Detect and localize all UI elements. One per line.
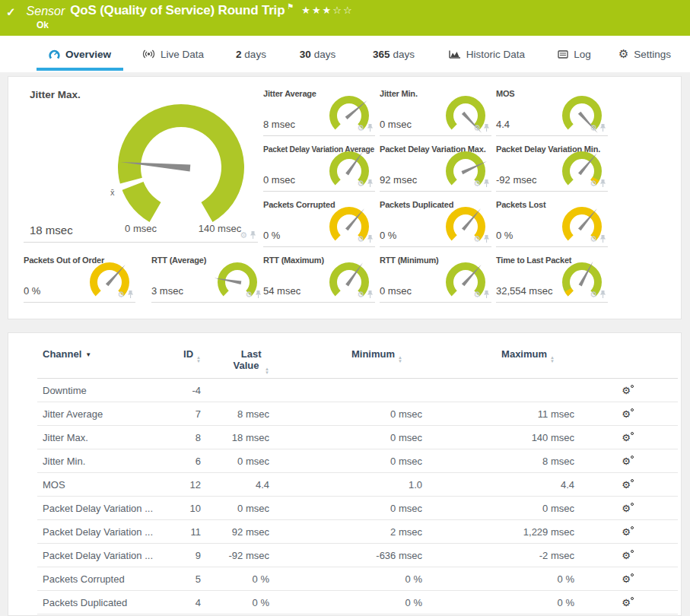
- tab-label: Live Data: [161, 49, 204, 60]
- cell-minimum: -636 msec: [269, 550, 422, 561]
- gauge-tile[interactable]: MOS4.4⚙: [496, 86, 608, 136]
- pin-icon[interactable]: [483, 290, 490, 299]
- gauge-tile[interactable]: Packets Corrupted0 %⚙: [263, 197, 375, 247]
- gear-icon[interactable]: ⚙: [245, 291, 253, 298]
- tab-30-days[interactable]: 30 days: [281, 36, 354, 72]
- column-header-id[interactable]: ID▲▼: [163, 348, 201, 364]
- cell-maximum: 1,229 msec: [422, 526, 574, 538]
- pin-icon[interactable]: [599, 179, 606, 188]
- pin-icon[interactable]: [367, 234, 374, 243]
- tab-historic-data[interactable]: Historic Data: [434, 36, 540, 72]
- gear-icon[interactable]: ⚙: [473, 235, 481, 243]
- gear-icon[interactable]: ⚙: [590, 291, 597, 298]
- edit-channel-settings-icon[interactable]: ⚙: [622, 433, 631, 443]
- star-rating[interactable]: ★★★☆☆: [301, 5, 353, 16]
- column-header-channel[interactable]: Channel▼: [37, 348, 163, 360]
- cell-last-value: 18 msec: [201, 432, 269, 443]
- tab-log[interactable]: Log: [540, 36, 609, 72]
- column-header-last[interactable]: LastValue ▲▼: [201, 348, 269, 375]
- gauge-tile[interactable]: RTT (Maximum)54 msec⚙: [263, 252, 375, 303]
- gauge-tile[interactable]: Packet Delay Variation Min.-92 msec⚙: [496, 141, 608, 192]
- flag-icon[interactable]: ⚑: [287, 2, 294, 11]
- column-header-min[interactable]: Minimum▲▼: [269, 348, 422, 364]
- cell-channel[interactable]: Jitter Average: [37, 408, 163, 420]
- gauge-tile[interactable]: Jitter Average8 msec⚙: [263, 86, 375, 136]
- tab-overview[interactable]: Overview: [34, 36, 126, 72]
- pin-icon[interactable]: [255, 290, 262, 299]
- pin-icon[interactable]: [250, 230, 256, 240]
- tab-2-days[interactable]: 2 days: [221, 36, 281, 72]
- gauges-panel: Jitter Max. x̄ 18 msec 0 msec 140 msec ⚙…: [8, 76, 682, 319]
- gauge-tile[interactable]: Packet Delay Variation Average0 msec⚙: [263, 141, 375, 192]
- tab-live-data[interactable]: Live Data: [126, 36, 221, 72]
- cell-channel[interactable]: MOS: [37, 479, 163, 491]
- gear-icon[interactable]: ⚙: [240, 231, 247, 239]
- cell-channel[interactable]: Downtime: [37, 385, 163, 396]
- column-header-max[interactable]: Maximum▲▼: [422, 348, 574, 364]
- gear-icon[interactable]: ⚙: [357, 179, 364, 187]
- cell-channel[interactable]: Packet Delay Variation ...: [37, 550, 163, 561]
- gauge-tile[interactable]: Packets Out of Order0 %⚙: [24, 252, 135, 303]
- gear-icon[interactable]: ⚙: [590, 235, 597, 243]
- tab-365-days[interactable]: 365 days: [354, 36, 434, 72]
- pin-icon[interactable]: [367, 290, 374, 299]
- gauge-tile-primary[interactable]: Jitter Max. x̄ 18 msec 0 msec 140 msec ⚙: [24, 83, 258, 243]
- table-row: Downtime-4⚙: [37, 379, 678, 402]
- pin-icon[interactable]: [599, 234, 606, 243]
- gauge-tile[interactable]: Packets Lost0 %⚙: [496, 197, 608, 247]
- gauge-title: Packets Corrupted: [263, 200, 335, 209]
- cell-minimum: 0 msec: [269, 503, 422, 514]
- gauge-tile[interactable]: RTT (Minimum)0 msec⚙: [380, 252, 491, 303]
- edit-channel-settings-icon[interactable]: ⚙: [622, 575, 631, 584]
- gear-icon[interactable]: ⚙: [357, 124, 364, 132]
- gear-icon[interactable]: ⚙: [473, 179, 481, 187]
- cell-id: 4: [163, 597, 201, 608]
- average-marker-label: x̄: [110, 188, 115, 197]
- cell-id: 12: [163, 479, 201, 491]
- pin-icon[interactable]: [483, 234, 490, 243]
- edit-channel-settings-icon[interactable]: ⚙: [622, 528, 631, 537]
- edit-channel-settings-icon[interactable]: ⚙: [622, 386, 631, 395]
- tab-settings[interactable]: ⚙Settings: [609, 36, 681, 72]
- edit-channel-settings-icon[interactable]: ⚙: [622, 410, 631, 419]
- gear-icon[interactable]: ⚙: [590, 124, 597, 132]
- cell-channel[interactable]: Jitter Max.: [37, 432, 163, 443]
- pin-icon[interactable]: [127, 290, 134, 299]
- table-row: Packets Corrupted50 %0 %0 %⚙: [37, 567, 678, 591]
- gear-icon[interactable]: ⚙: [590, 179, 597, 187]
- gear-icon[interactable]: ⚙: [357, 235, 364, 243]
- edit-channel-settings-icon[interactable]: ⚙: [622, 457, 631, 466]
- gear-icon[interactable]: ⚙: [357, 291, 364, 298]
- cell-last-value: 92 msec: [201, 526, 269, 538]
- sort-icon[interactable]: ▲▼: [398, 356, 402, 364]
- edit-channel-settings-icon[interactable]: ⚙: [622, 481, 631, 490]
- edit-channel-settings-icon[interactable]: ⚙: [622, 551, 631, 560]
- gauge-title: RTT (Maximum): [263, 256, 324, 265]
- gauge-tile[interactable]: RTT (Average)3 msec⚙: [151, 252, 263, 303]
- gauge-tile[interactable]: Time to Last Packet32,554 msec⚙: [496, 252, 608, 303]
- cell-channel[interactable]: Packets Corrupted: [37, 573, 163, 585]
- pin-icon[interactable]: [367, 123, 374, 132]
- sort-icon[interactable]: ▲▼: [265, 367, 269, 375]
- gauge-tile[interactable]: Packets Duplicated0 %⚙: [380, 197, 491, 247]
- cell-id: -4: [163, 385, 201, 396]
- cell-last-value: 0 %: [201, 573, 269, 585]
- gear-icon[interactable]: ⚙: [473, 124, 481, 132]
- gauge-tile[interactable]: Jitter Min.0 msec⚙: [380, 86, 491, 136]
- pin-icon[interactable]: [367, 179, 374, 188]
- gauge-tile[interactable]: Packet Delay Variation Max.92 msec⚙: [380, 141, 491, 192]
- gear-icon[interactable]: ⚙: [117, 291, 125, 298]
- pin-icon[interactable]: [599, 123, 606, 132]
- edit-channel-settings-icon[interactable]: ⚙: [622, 504, 631, 513]
- gear-icon[interactable]: ⚙: [473, 291, 481, 298]
- edit-channel-settings-icon[interactable]: ⚙: [622, 599, 631, 608]
- cell-channel[interactable]: Jitter Min.: [37, 456, 163, 467]
- cell-channel[interactable]: Packet Delay Variation ...: [37, 503, 163, 514]
- cell-channel[interactable]: Packets Duplicated: [37, 597, 163, 608]
- sort-icon[interactable]: ▲▼: [550, 356, 555, 364]
- gauge-value: 0 msec: [380, 119, 412, 130]
- pin-icon[interactable]: [599, 290, 606, 299]
- pin-icon[interactable]: [483, 123, 490, 132]
- pin-icon[interactable]: [483, 179, 490, 188]
- cell-channel[interactable]: Packet Delay Variation ...: [37, 526, 163, 538]
